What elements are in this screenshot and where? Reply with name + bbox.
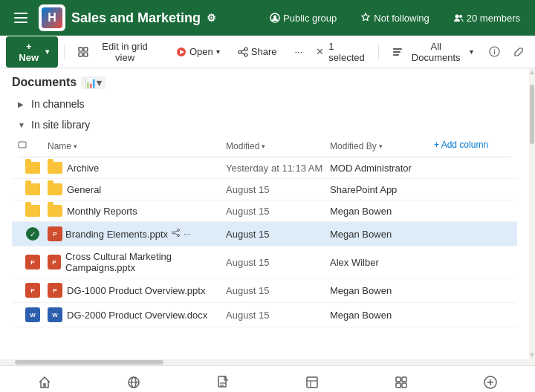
folder-icon	[48, 162, 62, 174]
table-row[interactable]: Monthly Reports August 15 Megan Bowen	[12, 200, 517, 222]
all-documents-button[interactable]: All Documents ▾	[385, 36, 481, 68]
svg-rect-10	[84, 52, 88, 56]
svg-point-6	[459, 15, 462, 18]
row-modified-cell: Yesterday at 11:13 AM	[226, 163, 330, 174]
file-name: General	[67, 184, 101, 195]
file-nav-item[interactable]	[297, 368, 327, 393]
share-button[interactable]: Share	[230, 42, 285, 62]
table-row[interactable]: P P DG-1000 Product Overview.pptx August…	[12, 278, 517, 303]
row-icon-cell	[18, 205, 48, 217]
table-row[interactable]: P P Cross Cultural Marketing Campaigns.p…	[12, 246, 517, 278]
row-name-cell[interactable]: W DG-2000 Product Overview.docx	[48, 307, 226, 322]
file-name: Monthly Reports	[67, 206, 137, 217]
table-row[interactable]: General August 15 SharePoint App	[12, 179, 517, 200]
row-modified-by-cell: Alex Wilber	[330, 257, 434, 268]
row-modified-by-cell: Megan Bowen	[330, 229, 434, 240]
new-button-label: + New	[15, 41, 42, 63]
row-name-cell[interactable]: P Cross Cultural Marketing Campaigns.ppt…	[48, 251, 226, 273]
svg-point-26	[178, 235, 180, 237]
docx-icon: W	[48, 307, 62, 322]
file-name: DG-2000 Product Overview.docx	[67, 310, 207, 321]
horizontal-scrollbar[interactable]	[0, 359, 535, 365]
svg-rect-37	[307, 377, 317, 388]
home-nav-item[interactable]	[30, 368, 59, 393]
row-icon-cell: P	[18, 283, 48, 298]
table-row[interactable]: W W DG-2000 Product Overview.docx August…	[12, 303, 517, 327]
in-site-library-toggle[interactable]: ▼ In site library	[12, 114, 517, 135]
grid-nav-item[interactable]	[386, 368, 416, 393]
svg-rect-9	[79, 52, 82, 56]
chevron-right-icon: ▶	[18, 100, 27, 108]
page-title: Sales and Marketing ⚙	[71, 10, 264, 26]
svg-line-16	[241, 50, 244, 51]
bottom-navigation	[0, 365, 535, 392]
new-button[interactable]: + New ▾	[6, 36, 58, 68]
settings-icon[interactable]: ⚙	[207, 12, 216, 24]
row-modified-cell: August 15	[226, 184, 330, 195]
table-row[interactable]: Archive Yesterday at 11:13 AM MOD Admini…	[12, 157, 517, 179]
row-icon-cell: ✓	[18, 227, 48, 241]
add-nav-item[interactable]	[476, 368, 505, 393]
row-name-cell[interactable]: Archive	[48, 162, 226, 174]
selected-count-area: ✕ 1 selected	[316, 41, 372, 63]
vertical-scrollbar[interactable]	[529, 68, 535, 359]
folder-icon	[25, 162, 40, 174]
svg-line-28	[175, 234, 178, 235]
documents-title: Documents	[12, 76, 77, 89]
info-button[interactable]: i	[484, 42, 505, 62]
not-following-button[interactable]: Not following	[354, 10, 435, 27]
selected-count-label: 1 selected	[328, 41, 372, 63]
svg-rect-0	[14, 13, 27, 14]
toolbar-divider-2	[378, 45, 379, 59]
row-name-cell[interactable]: Monthly Reports	[48, 205, 226, 217]
scrollbar-thumb[interactable]	[530, 85, 534, 144]
toolbar-divider-1	[64, 45, 65, 59]
open-button[interactable]: Open ▾	[169, 42, 227, 62]
svg-marker-30	[530, 353, 534, 357]
view-options-button[interactable]: 📊▾	[81, 76, 106, 89]
col-modified-header[interactable]: Modified ▾	[226, 140, 330, 152]
edit-grid-view-button[interactable]: Edit in grid view	[71, 36, 166, 68]
in-channels-toggle[interactable]: ▶ In channels	[12, 94, 517, 114]
pptx-icon: P	[48, 283, 62, 298]
table-row[interactable]: ✓ P Branding Elements.pptx ··· August 15…	[12, 222, 517, 246]
svg-rect-20	[393, 53, 399, 55]
row-modified-cell: August 15	[226, 310, 330, 321]
svg-point-5	[455, 15, 458, 19]
svg-marker-29	[530, 71, 534, 74]
share-row-icon[interactable]	[171, 228, 181, 240]
document-nav-item[interactable]	[208, 368, 238, 393]
menu-icon[interactable]	[9, 6, 33, 30]
row-name-cell[interactable]: P Branding Elements.pptx ···	[48, 226, 226, 241]
row-modified-cell: August 15	[226, 285, 330, 296]
members-button[interactable]: 20 members	[447, 10, 526, 27]
in-channels-label: In channels	[31, 98, 85, 110]
svg-text:i: i	[493, 48, 496, 56]
edit-grid-label: Edit in grid view	[91, 41, 158, 63]
svg-rect-8	[84, 48, 88, 51]
globe-nav-item[interactable]	[119, 368, 149, 393]
sort-modified-by-icon: ▾	[379, 143, 383, 150]
more-row-icon[interactable]: ···	[184, 229, 191, 239]
svg-rect-7	[79, 48, 82, 51]
svg-point-25	[172, 232, 175, 234]
public-group-badge[interactable]: Public group	[264, 10, 343, 27]
col-modified-by-header[interactable]: Modified By ▾	[330, 140, 434, 152]
more-button[interactable]: ···	[288, 42, 311, 62]
row-name-cell[interactable]: P DG-1000 Product Overview.pptx	[48, 283, 226, 298]
h-scrollbar-thumb[interactable]	[15, 360, 163, 365]
chevron-down-icon: ▼	[18, 121, 27, 129]
col-add-column[interactable]: + Add column	[434, 140, 508, 152]
svg-point-4	[273, 16, 276, 19]
row-modified-by-cell: MOD Administrator	[330, 163, 434, 174]
svg-rect-2	[14, 22, 27, 23]
docx-icon: W	[25, 307, 40, 322]
expand-button[interactable]	[508, 42, 529, 62]
col-name-header[interactable]: Name ▾	[48, 140, 226, 152]
row-modified-cell: August 15	[226, 206, 330, 217]
all-documents-label: All Documents	[405, 41, 467, 63]
row-name-cell[interactable]: General	[48, 183, 226, 195]
app-logo: H	[39, 4, 65, 31]
clear-selection-button[interactable]: ✕	[316, 46, 324, 57]
pptx-icon: P	[25, 255, 40, 270]
